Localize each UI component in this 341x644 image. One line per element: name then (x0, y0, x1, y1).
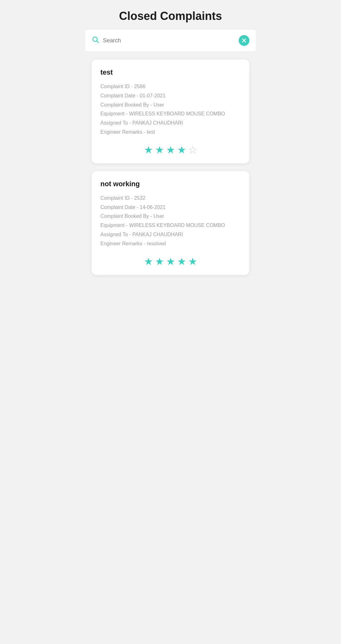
star-filled: ★ (155, 144, 164, 156)
complaint-assigned-to: Assigned To - PANKAJ CHAUDHARI (100, 230, 241, 239)
complaint-date: Complaint Date - 01-07-2021 (100, 91, 241, 101)
complaint-id: Complaint ID - 2566 (100, 82, 241, 91)
star-filled: ★ (166, 255, 175, 267)
complaint-equipment: Equipment - WIRELESS KEYBOARD MOUSE COMB… (100, 221, 241, 230)
star-filled: ★ (188, 255, 197, 267)
search-input[interactable] (103, 37, 239, 44)
complaint-booked-by: Complaint Booked By - User (100, 101, 241, 110)
complaint-engineer-remarks: Engineer Remarks - test (100, 128, 241, 137)
star-filled: ★ (155, 255, 164, 267)
complaint-title: test (100, 68, 241, 77)
complaint-id: Complaint ID - 2532 (100, 194, 241, 203)
complaint-booked-by: Complaint Booked By - User (100, 212, 241, 221)
page-title: Closed Complaints (85, 0, 256, 29)
complaint-title: not working (100, 180, 241, 188)
star-filled: ★ (144, 144, 153, 156)
complaint-date: Complaint Date - 14-06-2021 (100, 203, 241, 212)
complaint-card[interactable]: test Complaint ID - 2566 Complaint Date … (92, 59, 249, 163)
rating-stars: ★★★★☆ (100, 144, 241, 156)
star-empty: ☆ (188, 144, 197, 156)
complaint-assigned-to: Assigned To - PANKAJ CHAUDHARI (100, 119, 241, 128)
star-filled: ★ (177, 255, 186, 267)
star-filled: ★ (144, 255, 153, 267)
star-filled: ★ (166, 144, 175, 156)
star-filled: ★ (177, 144, 186, 156)
complaint-card[interactable]: not working Complaint ID - 2532 Complain… (92, 171, 249, 275)
complaint-equipment: Equipment - WIRELESS KEYBOARD MOUSE COMB… (100, 109, 241, 119)
rating-stars: ★★★★★ (100, 255, 241, 267)
clear-search-button[interactable] (239, 35, 249, 46)
search-bar (85, 29, 256, 52)
search-icon (92, 36, 99, 45)
complaint-engineer-remarks: Engineer Remarks - resolved (100, 239, 241, 248)
svg-line-1 (97, 41, 99, 43)
complaints-list: test Complaint ID - 2566 Complaint Date … (85, 52, 256, 283)
